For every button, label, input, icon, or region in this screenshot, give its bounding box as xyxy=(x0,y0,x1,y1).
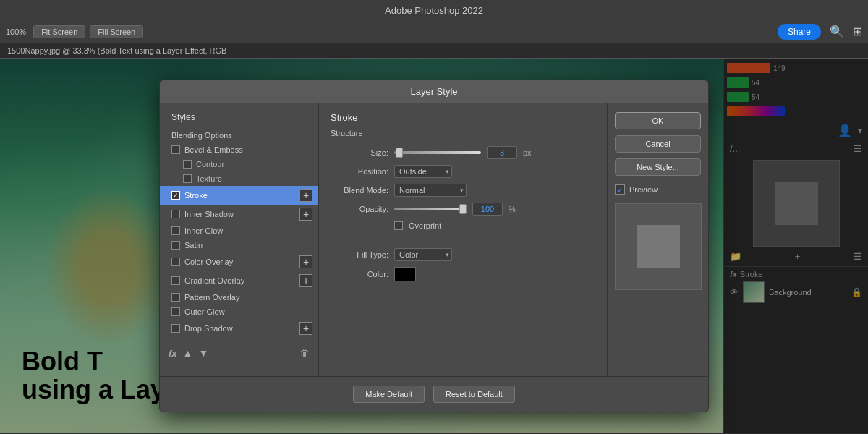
style-item-blending-options[interactable]: Blending Options xyxy=(160,128,318,142)
style-item-outer-glow[interactable]: Outer Glow xyxy=(160,305,318,319)
fill-type-label: Fill Type: xyxy=(331,250,388,259)
style-item-drop-shadow[interactable]: Drop Shadow + xyxy=(160,319,318,338)
style-item-texture[interactable]: Texture xyxy=(160,171,318,186)
bevel-emboss-label: Bevel & Emboss xyxy=(184,145,243,154)
style-item-satin[interactable]: Satin xyxy=(160,238,318,252)
move-up-icon[interactable]: ▲ xyxy=(183,347,193,359)
new-style-button[interactable]: New Style... xyxy=(615,158,701,176)
style-item-gradient-overlay[interactable]: Gradient Overlay + xyxy=(160,271,318,290)
texture-label: Texture xyxy=(196,174,222,183)
style-item-color-overlay[interactable]: Color Overlay + xyxy=(160,252,318,271)
blend-mode-select-wrapper: Normal Multiply Screen Overlay ▾ xyxy=(394,184,467,197)
style-item-pattern-overlay[interactable]: Pattern Overlay xyxy=(160,290,318,305)
title-bar: Adobe Photoshop 2022 xyxy=(0,0,868,20)
delete-style-icon[interactable]: 🗑 xyxy=(299,347,310,359)
size-slider-thumb[interactable] xyxy=(396,148,403,158)
file-tab-label: 1500Nappy.jpg @ 33.3% (Bold Text using a… xyxy=(7,46,226,55)
color-swatch-picker[interactable] xyxy=(394,267,416,281)
fill-type-select-wrapper: Color Gradient Pattern ▾ xyxy=(394,248,452,261)
satin-checkbox[interactable] xyxy=(171,241,180,250)
fill-type-row: Fill Type: Color Gradient Pattern ▾ xyxy=(331,248,595,261)
content-panel: Stroke Structure Size: px Position: xyxy=(319,103,607,376)
fill-type-select[interactable]: Color Gradient Pattern xyxy=(394,248,452,261)
position-label: Position: xyxy=(331,167,388,176)
layout-icon[interactable]: ⊞ xyxy=(853,25,862,38)
style-item-inner-glow[interactable]: Inner Glow xyxy=(160,224,318,238)
dialog-title: Layer Style xyxy=(160,80,708,103)
opacity-input[interactable] xyxy=(472,203,503,216)
inner-shadow-add-button[interactable]: + xyxy=(299,208,312,221)
style-item-inner-shadow[interactable]: Inner Shadow + xyxy=(160,205,318,224)
move-down-icon[interactable]: ▼ xyxy=(198,347,208,359)
texture-checkbox[interactable] xyxy=(183,174,192,183)
gradient-overlay-checkbox[interactable] xyxy=(171,276,180,285)
position-row: Position: Outside Inside Center ▾ xyxy=(331,165,595,178)
color-overlay-checkbox[interactable] xyxy=(171,258,180,266)
cancel-button[interactable]: Cancel xyxy=(615,135,701,153)
bevel-emboss-checkbox[interactable] xyxy=(171,145,180,154)
style-item-stroke[interactable]: Stroke + xyxy=(160,186,318,205)
inner-shadow-checkbox[interactable] xyxy=(171,210,180,218)
opacity-label: Opacity: xyxy=(331,205,388,213)
dialog-body: Styles Blending Options Bevel & Emboss C… xyxy=(160,103,708,376)
fit-screen-button[interactable]: Fit Screen xyxy=(33,25,85,38)
dialog-footer: Make Default Reset to Default xyxy=(160,376,708,412)
opacity-slider-thumb[interactable] xyxy=(459,204,467,214)
file-tab: 1500Nappy.jpg @ 33.3% (Bold Text using a… xyxy=(0,43,868,59)
position-select[interactable]: Outside Inside Center xyxy=(394,165,452,178)
gradient-overlay-add-button[interactable]: + xyxy=(299,274,312,287)
size-input[interactable] xyxy=(487,146,517,159)
reset-to-default-button[interactable]: Reset to Default xyxy=(433,386,515,403)
search-icon[interactable]: 🔍 xyxy=(830,25,844,38)
zoom-label: 100% xyxy=(6,27,26,36)
size-slider[interactable] xyxy=(394,151,481,154)
fill-screen-button[interactable]: Fill Screen xyxy=(90,25,143,38)
blending-options-label: Blending Options xyxy=(171,131,232,140)
position-select-wrapper: Outside Inside Center ▾ xyxy=(394,165,452,178)
style-bottom-icons: fx ▲ ▼ 🗑 xyxy=(160,341,318,365)
stroke-checkbox[interactable] xyxy=(171,191,180,200)
blend-mode-row: Blend Mode: Normal Multiply Screen Overl… xyxy=(331,184,595,197)
preview-label: Preview xyxy=(629,185,658,194)
style-item-bevel-emboss[interactable]: Bevel & Emboss xyxy=(160,142,318,157)
drop-shadow-checkbox[interactable] xyxy=(171,324,180,333)
size-row: Size: px xyxy=(331,146,595,159)
satin-label: Satin xyxy=(184,241,203,250)
color-overlay-label: Color Overlay xyxy=(184,258,233,266)
styles-panel: Styles Blending Options Bevel & Emboss C… xyxy=(160,103,319,376)
overprint-label: Overprint xyxy=(409,221,441,230)
dialog-overlay: Layer Style Styles Blending Options Beve… xyxy=(0,59,868,433)
pattern-overlay-checkbox[interactable] xyxy=(171,293,180,302)
size-label: Size: xyxy=(331,148,388,157)
color-overlay-add-button[interactable]: + xyxy=(299,255,312,268)
inner-shadow-label: Inner Shadow xyxy=(184,210,234,218)
toolbar: 100% Fit Screen Fill Screen Share 🔍 ⊞ xyxy=(0,20,868,43)
section-divider xyxy=(331,239,595,239)
buttons-panel: OK Cancel New Style... Preview xyxy=(607,103,708,376)
contour-checkbox[interactable] xyxy=(183,160,192,169)
pattern-overlay-label: Pattern Overlay xyxy=(184,293,239,302)
style-item-contour[interactable]: Contour xyxy=(160,157,318,171)
ok-button[interactable]: OK xyxy=(615,112,701,129)
color-row: Color: xyxy=(331,267,595,281)
structure-label: Structure xyxy=(331,129,595,137)
overprint-checkbox[interactable] xyxy=(394,221,403,230)
stroke-label: Stroke xyxy=(184,191,208,200)
styles-panel-title: Styles xyxy=(160,109,318,128)
outer-glow-checkbox[interactable] xyxy=(171,307,180,316)
preview-check-row: Preview xyxy=(615,184,701,195)
dialog-preview-thumbnail xyxy=(615,203,702,290)
opacity-row: Opacity: % xyxy=(331,203,595,216)
opacity-slider[interactable] xyxy=(394,208,467,210)
inner-glow-checkbox[interactable] xyxy=(171,226,180,235)
layer-style-dialog: Layer Style Styles Blending Options Beve… xyxy=(159,80,709,412)
stroke-add-button[interactable]: + xyxy=(299,189,312,202)
blend-mode-label: Blend Mode: xyxy=(331,186,388,195)
drop-shadow-add-button[interactable]: + xyxy=(299,322,312,335)
blend-mode-select[interactable]: Normal Multiply Screen Overlay xyxy=(394,184,467,197)
preview-checkbox[interactable] xyxy=(615,184,625,195)
share-button[interactable]: Share xyxy=(778,24,821,40)
gradient-overlay-label: Gradient Overlay xyxy=(184,276,244,285)
make-default-button[interactable]: Make Default xyxy=(353,386,425,403)
main-area: 12345678 Bold T using a Layer Effect 149… xyxy=(0,59,868,433)
